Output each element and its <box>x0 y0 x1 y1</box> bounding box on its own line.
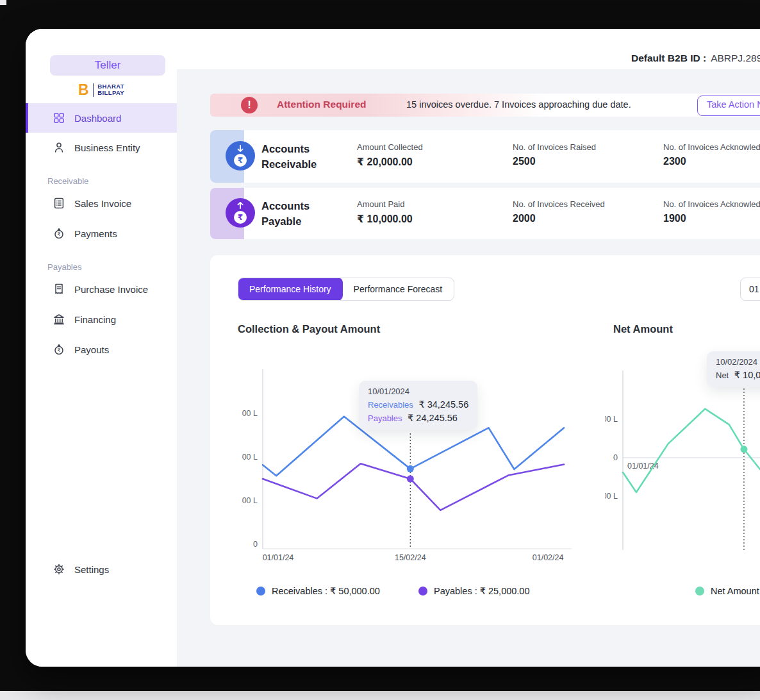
bharat-billpay-logo: B BHARAT BILLPAY <box>26 79 177 101</box>
row-title: Accounts Payable <box>261 198 310 229</box>
stat-invoices-raised: No. of Invoices Raised 2500 <box>513 142 596 167</box>
alert-icon: ! <box>241 97 258 113</box>
bank-icon <box>53 313 65 326</box>
banner-message: 15 invoices overdue. 7 Invoices approach… <box>406 99 631 110</box>
logo-divider <box>93 83 94 97</box>
svg-text:300 L: 300 L <box>242 409 258 418</box>
svg-text:200 L: 200 L <box>242 453 258 462</box>
receipt-icon <box>53 283 65 296</box>
grid-icon <box>53 112 65 124</box>
person-icon <box>53 141 65 154</box>
invoice-icon <box>53 197 65 210</box>
sidebar: Teller B BHARAT BILLPAY Dashboard <box>26 29 177 667</box>
app-name: Teller <box>95 59 121 72</box>
tooltip-series-label: Net <box>716 371 729 380</box>
sidebar-item-sales-invoice[interactable]: Sales Invoice <box>26 189 177 217</box>
tooltip-series-label: Receivables <box>368 400 413 410</box>
receive-money-icon: ₹ <box>226 141 255 171</box>
payment-clock-icon: ₹ <box>53 227 65 240</box>
sidebar-item-label: Payouts <box>74 344 109 355</box>
date-range-filter[interactable]: 01 <box>740 278 760 301</box>
svg-text:0: 0 <box>613 453 618 462</box>
attention-banner: ! Attention Required 15 invoices overdue… <box>210 94 760 117</box>
sidebar-item-label: Purchase Invoice <box>74 284 148 295</box>
legend-net-amount[interactable]: Net Amount <box>695 586 759 596</box>
tab-performance-forecast[interactable]: Performance Forecast <box>342 278 454 300</box>
app-window: Teller B BHARAT BILLPAY Dashboard <box>26 29 760 667</box>
gear-icon <box>53 563 65 576</box>
logo-letter: B <box>78 83 89 97</box>
sidebar-item-settings[interactable]: Settings <box>26 555 177 583</box>
rupee-badge: ₹ <box>234 154 247 167</box>
sidebar-item-label: Payments <box>74 228 117 239</box>
tooltip-series-label: Payables <box>368 413 402 423</box>
section-label-receivable: Receivable <box>47 176 88 186</box>
screen: Teller B BHARAT BILLPAY Dashboard <box>0 0 760 700</box>
legend-dot <box>418 587 427 596</box>
chart-tooltip: 10/01/2024 Receivables ₹ 34,245.56 Payab… <box>359 381 477 429</box>
logo-text: BHARAT BILLPAY <box>97 83 124 96</box>
row-title: Accounts Receivable <box>261 141 317 172</box>
svg-text:+100 L: +100 L <box>605 415 618 424</box>
sidebar-item-label: Financing <box>74 314 116 325</box>
payout-clock-icon: ₹ <box>53 343 65 356</box>
sidebar-item-purchase-invoice[interactable]: Purchase Invoice <box>26 275 177 303</box>
legend-dot <box>256 587 265 596</box>
app-name-badge: Teller <box>50 55 165 76</box>
net-amount-chart[interactable]: +100 L0-100 L01/01/24 <box>605 364 760 569</box>
legend-receivables[interactable]: Receivables : ₹ 50,000.00 <box>256 586 380 596</box>
svg-text:₹: ₹ <box>58 231 61 237</box>
svg-text:15/02/24: 15/02/24 <box>395 553 426 562</box>
svg-text:-100 L: -100 L <box>605 492 618 501</box>
sidebar-item-label: Business Entity <box>74 142 140 153</box>
sidebar-item-payments[interactable]: ₹ Payments <box>26 219 177 247</box>
chart-title-net-amount: Net Amount <box>613 323 673 335</box>
accounts-receivable-row: ₹ Accounts Receivable Amount Collected ₹… <box>210 130 760 183</box>
legend-dot <box>695 587 704 596</box>
sidebar-item-financing[interactable]: Financing <box>26 305 177 333</box>
sidebar-item-label: Dashboard <box>74 113 121 124</box>
desktop-corner-fragment <box>0 0 6 5</box>
stat-invoices-acknowledged: No. of Invoices Acknowledged 2300 <box>663 142 760 167</box>
svg-text:0: 0 <box>253 540 258 549</box>
default-b2b-id: Default B2B ID :ABRPJ.289 <box>631 49 760 68</box>
rupee-badge: ₹ <box>234 211 247 224</box>
b2b-id-value: ABRPJ.289 <box>711 53 760 63</box>
sidebar-item-business-entity[interactable]: Business Entity <box>26 133 177 162</box>
performance-tabs: Performance History Performance Forecast <box>238 278 454 301</box>
accounts-payable-row: ₹ Accounts Payable Amount Paid ₹ 10,000.… <box>210 188 760 239</box>
svg-text:₹: ₹ <box>58 347 61 353</box>
send-money-icon: ₹ <box>226 198 255 228</box>
svg-text:100 L: 100 L <box>242 496 258 505</box>
b2b-id-label: Default B2B ID : <box>631 53 706 63</box>
chart-title-collection-payout: Collection & Payout Amount <box>238 323 380 335</box>
tab-performance-history[interactable]: Performance History <box>238 278 343 301</box>
legend-payables[interactable]: Payables : ₹ 25,000.00 <box>418 586 530 596</box>
stat-amount-paid: Amount Paid ₹ 10,000.00 <box>357 199 413 225</box>
svg-text:01/02/24: 01/02/24 <box>533 553 564 562</box>
stat-invoices-acknowledged: No. of Invoices Acknowledged 1900 <box>663 199 760 224</box>
banner-title: Attention Required <box>277 99 367 110</box>
desktop-bottom-strip <box>0 691 760 700</box>
sidebar-item-dashboard[interactable]: Dashboard <box>26 103 179 133</box>
take-action-button[interactable]: Take Action Now <box>697 96 760 116</box>
stat-invoices-received: No. of Invoices Received 2000 <box>513 199 605 224</box>
sidebar-item-label: Settings <box>74 564 109 575</box>
stat-amount-collected: Amount Collected ₹ 20,000.00 <box>357 142 423 168</box>
section-label-payables: Payables <box>47 262 81 272</box>
chart-tooltip: 10/02/2024 Net ₹ 10,000.00 <box>707 351 760 387</box>
performance-panel: Performance History Performance Forecast… <box>210 255 760 625</box>
svg-text:01/01/24: 01/01/24 <box>263 553 294 562</box>
sidebar-item-label: Sales Invoice <box>74 198 131 209</box>
sidebar-item-payouts[interactable]: ₹ Payouts <box>26 335 177 363</box>
